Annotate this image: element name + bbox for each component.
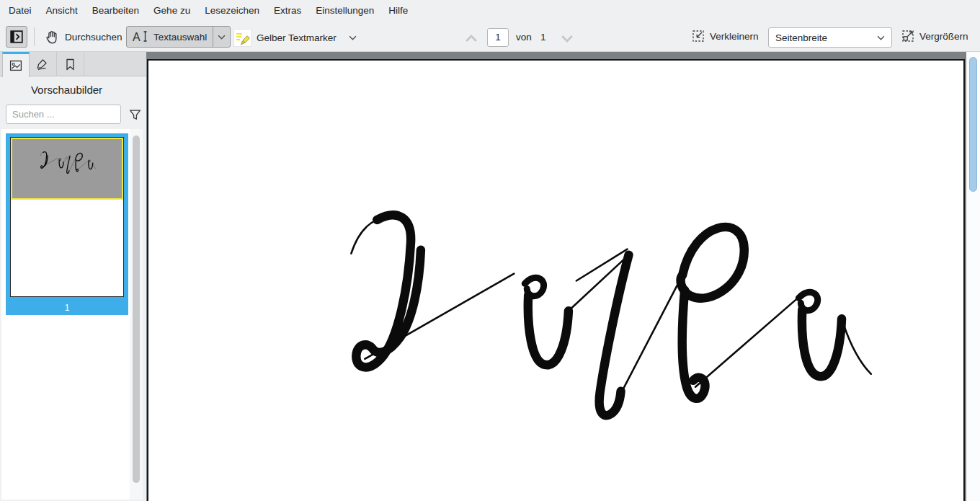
zoom-out-label: Verkleinern — [710, 31, 759, 42]
thumbnail-search-input[interactable] — [6, 105, 121, 124]
next-page-icon[interactable] — [561, 35, 574, 43]
page-number-input[interactable]: 1 — [487, 28, 509, 47]
viewer-scrollbar-thumb[interactable] — [969, 57, 977, 192]
menubar: Datei Ansicht Bearbeiten Gehe zu Lesezei… — [0, 0, 980, 22]
previous-page-icon[interactable] — [465, 35, 478, 43]
page-total-label: 1 — [540, 32, 546, 43]
pen-icon — [36, 58, 50, 71]
sidebar-toggle-button[interactable] — [6, 26, 27, 48]
thumbnail-visible-region[interactable] — [11, 138, 123, 200]
selection-tool-main[interactable]: A Textauswahl — [127, 27, 213, 47]
browse-tool-button[interactable]: Durchsuchen — [40, 27, 127, 48]
highlighter-icon — [233, 29, 251, 47]
zoom-mode-value: Seitenbreite — [775, 32, 827, 43]
filter-icon[interactable] — [129, 109, 141, 121]
pdf-page-1[interactable] — [147, 59, 965, 501]
tab-bookmarks[interactable] — [57, 52, 84, 76]
sidebar: Vorschaubilder 1 — [0, 52, 146, 501]
thumbnail-page-1[interactable] — [10, 137, 124, 297]
menu-lesezeichen[interactable]: Lesezeichen — [197, 0, 267, 22]
selection-tool-dropdown[interactable] — [213, 27, 230, 47]
zoom-in-button[interactable]: Vergrößern — [897, 27, 973, 45]
page-calligraphy — [148, 61, 963, 500]
svg-text:A: A — [133, 31, 141, 43]
tab-thumbnails[interactable] — [2, 52, 30, 77]
page-of-label: von — [516, 32, 532, 43]
hand-icon — [45, 30, 60, 45]
thumbnail-item-selected[interactable]: 1 — [6, 133, 128, 315]
menu-bearbeiten[interactable]: Bearbeiten — [85, 0, 146, 22]
thumbnail-list: 1 — [1, 129, 130, 500]
zoom-in-icon — [901, 30, 914, 43]
browse-tool-label: Durchsuchen — [65, 32, 122, 43]
menu-datei[interactable]: Datei — [1, 0, 39, 22]
zoom-in-label: Vergrößern — [919, 31, 968, 42]
toolbar-separator — [34, 27, 35, 46]
annotation-tool-button[interactable]: Gelber Textmarker — [229, 26, 361, 50]
sidebar-tabbar — [0, 52, 146, 76]
selection-tool-button[interactable]: A Textauswahl — [126, 26, 231, 48]
annotation-tool-label: Gelber Textmarker — [257, 32, 337, 43]
menu-einstellungen[interactable]: Einstellungen — [308, 0, 381, 22]
zoom-out-button[interactable]: Verkleinern — [687, 27, 763, 45]
menu-extras[interactable]: Extras — [267, 0, 308, 22]
thumbnail-page-label: 1 — [6, 303, 128, 313]
document-viewer — [146, 52, 980, 501]
bookmark-icon — [64, 58, 76, 71]
selection-tool-label: Textauswahl — [153, 32, 207, 43]
panel-toggle-icon — [10, 30, 23, 43]
tab-annotations[interactable] — [30, 52, 57, 76]
sidebar-scrollbar-thumb[interactable] — [133, 136, 140, 483]
picture-icon — [9, 59, 22, 72]
sidebar-scrollbar-track[interactable] — [130, 129, 143, 500]
chevron-down-icon — [349, 35, 357, 40]
page-number-value: 1 — [488, 29, 508, 46]
menu-gehe-zu[interactable]: Gehe zu — [146, 0, 197, 22]
zoom-mode-combobox[interactable]: Seitenbreite — [768, 27, 892, 48]
thumbnail-calligraphy — [38, 149, 97, 175]
menu-hilfe[interactable]: Hilfe — [381, 0, 415, 22]
toolbar: Durchsuchen A Textauswahl Gelber Textm — [0, 22, 980, 52]
panel-title: Vorschaubilder — [0, 84, 133, 96]
chevron-down-icon — [877, 35, 885, 40]
okular-window: Datei Ansicht Bearbeiten Gehe zu Lesezei… — [0, 0, 980, 501]
zoom-out-icon — [692, 30, 705, 43]
text-selection-icon: A — [133, 30, 148, 44]
chevron-down-icon — [218, 35, 226, 40]
menu-ansicht[interactable]: Ansicht — [39, 0, 85, 22]
viewer-scrollbar-track[interactable] — [966, 52, 980, 501]
